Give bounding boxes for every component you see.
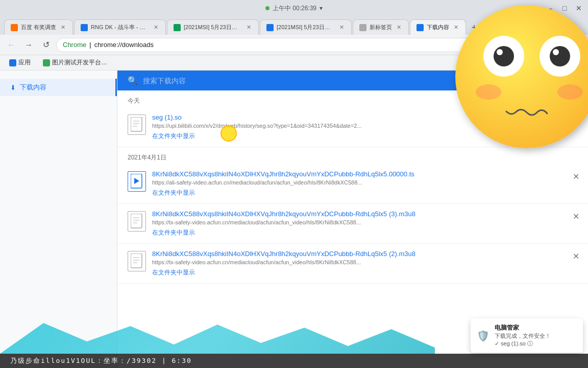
downloads-icon: ⬇	[10, 84, 16, 91]
sidebar-downloads-label: 下载内容	[20, 83, 46, 92]
section-header-today: 今天	[117, 90, 588, 107]
ticker-bar: 乃级步命illou1V1OUL：坐率：/39302 | 6:30	[0, 354, 588, 368]
tab-favicon-3	[174, 24, 181, 31]
remove-m3u8-2[interactable]: ✕	[570, 250, 582, 262]
toast-icon: 🛡️	[477, 330, 489, 342]
maximize-button[interactable]: □	[559, 3, 570, 13]
tab-close-6[interactable]: ✕	[452, 24, 459, 31]
title-bar-status: 上午中 00:26:39 ▾	[265, 4, 323, 13]
more-button[interactable]: ⋮	[570, 38, 584, 52]
tab-downloads[interactable]: 下载内容 ✕	[410, 19, 466, 35]
file-icon-seg	[128, 114, 146, 135]
address-bar-row: ← → ↺ Chrome | chrome://downloads ⋮ 👤 ⋮	[0, 35, 588, 55]
bookmark-apps-icon	[9, 59, 16, 66]
tab-label-3: [2021MSI] 5月23日共青…	[184, 24, 242, 31]
tab-close-5[interactable]: ✕	[395, 24, 402, 31]
actions-m3u8-3: 在文件夹中显示	[152, 228, 578, 237]
sidebar-item-downloads[interactable]: ⬇ 下载内容	[0, 79, 117, 96]
tab-msi2[interactable]: [2021MSI] 5月23日共青… ✕	[260, 19, 352, 35]
status-dropdown-icon[interactable]: ▾	[320, 5, 323, 12]
download-item-seg: seg (1).so https://upi.bilibili.com/x/v2…	[117, 107, 588, 147]
url-m3u8-3: https://tx-safety-video.acfun.cn/mediacl…	[152, 219, 448, 225]
reload-button[interactable]: ↺	[39, 38, 53, 52]
filename-seg[interactable]: seg (1).so	[152, 113, 578, 121]
url-seg: https://upi.bilibili.com/x/v2/dm/web/his…	[152, 123, 448, 129]
download-info-m3u8-3: 8KrNi8dkXC588vXqs8hkiIN4oXDlHXVqJhr8h2kq…	[152, 210, 578, 237]
sidebar: ⬇ 下载内容	[0, 71, 117, 368]
title-bar: 上午中 00:26:39 ▾ – □ ✕	[0, 0, 588, 16]
remove-m3u8-3[interactable]: ✕	[570, 210, 582, 222]
bookmark-photos-icon	[43, 59, 50, 66]
tab-close-4[interactable]: ✕	[338, 24, 345, 31]
actions-seg: 在文件夹中显示	[152, 132, 578, 141]
bookmarks-bar: 应用 图片测试开发平台…	[0, 55, 588, 71]
tab-favicon-4	[266, 24, 274, 31]
section-header-april: 2021年4月1日	[117, 147, 588, 164]
tab-label-1: 百度 有奖调查	[21, 24, 56, 31]
filename-ts[interactable]: 8KrNi8dkXC588vXqs8hkiIN4oXDlHXVqJhr8h2kq…	[152, 170, 578, 178]
download-item-m3u8-3: 8KrNi8dkXC588vXqs8hkiIN4oXDlHXVqJhr8h2kq…	[117, 204, 588, 244]
bookmark-apps[interactable]: 应用	[6, 57, 34, 68]
back-button[interactable]: ←	[4, 38, 18, 52]
search-icon: 🔍	[128, 76, 138, 85]
title-bar-controls: – □ ✕	[545, 3, 584, 13]
show-in-folder-m3u8-2[interactable]: 在文件夹中显示	[152, 268, 195, 277]
address-url: chrome://downloads	[94, 41, 154, 49]
search-bar: 🔍	[117, 71, 588, 90]
address-bar[interactable]: Chrome | chrome://downloads	[56, 38, 532, 52]
ticker-text: 乃级步命illou1V1OUL：坐率：/39302 | 6:30	[10, 356, 192, 365]
extensions-button[interactable]: ⋮	[535, 38, 549, 52]
remove-ts[interactable]: ✕	[570, 170, 582, 182]
profile-button[interactable]: 👤	[552, 38, 567, 52]
show-in-folder-m3u8-3[interactable]: 在文件夹中显示	[152, 228, 195, 237]
tab-rng[interactable]: RNG DK - 战斗率 - 副队… ✕	[74, 19, 166, 35]
tab-baidudiaochao[interactable]: 百度 有奖调查 ✕	[4, 19, 73, 35]
show-in-folder-seg[interactable]: 在文件夹中显示	[152, 132, 195, 141]
forward-button[interactable]: →	[21, 38, 36, 52]
tab-label-5: 新标签页	[370, 24, 392, 31]
file-icon-m3u8-2	[128, 251, 146, 271]
status-dot	[265, 6, 270, 10]
url-ts: https://ali-safety-video.acfun.cn/mediac…	[152, 179, 448, 186]
filename-m3u8-2[interactable]: 8KrNi8dkXC588vXqs8hkiIN4oXDlHXVqJhr8h2kq…	[152, 250, 578, 258]
show-in-folder-ts[interactable]: 在文件夹中显示	[152, 189, 195, 197]
download-info-m3u8-2: 8KrNi8dkXC588vXqs8hkiIN4oXDlHXVqJhr8h2kq…	[152, 250, 578, 277]
file-icon-ts	[128, 171, 146, 192]
new-tab-button[interactable]: +	[467, 20, 481, 35]
tab-close-3[interactable]: ✕	[245, 24, 252, 31]
toast-notification: 🛡️ 电脑管家 下载完成，文件安全！ ✓ seg (1).so ⓘ	[471, 318, 583, 353]
toast-subtitle: 下载完成，文件安全！	[495, 332, 577, 340]
tab-close-2[interactable]: ✕	[152, 24, 159, 31]
tab-favicon-6	[416, 24, 424, 31]
tab-favicon-5	[359, 24, 366, 31]
close-button[interactable]: ✕	[574, 3, 584, 13]
download-item-m3u8-2: 8KrNi8dkXC588vXqs8hkiIN4oXDlHXVqJhr8h2kq…	[117, 244, 588, 284]
status-time: 上午中 00:26:39	[273, 4, 316, 13]
download-item-ts: 8KrNi8dkXC588vXqs8hkiIN4oXDlHXVqJhr8h2kq…	[117, 164, 588, 204]
tab-bar: 百度 有奖调查 ✕ RNG DK - 战斗率 - 副队… ✕ [2021MSI]…	[0, 16, 588, 35]
tab-msi1[interactable]: [2021MSI] 5月23日共青… ✕	[167, 19, 259, 35]
search-input[interactable]	[143, 77, 578, 85]
download-info-seg: seg (1).so https://upi.bilibili.com/x/v2…	[152, 113, 578, 141]
tab-favicon-2	[81, 24, 88, 31]
svg-rect-0	[131, 117, 142, 131]
toast-title: 电脑管家	[495, 324, 577, 332]
svg-rect-10	[131, 254, 142, 268]
tab-newtab[interactable]: 新标签页 ✕	[353, 19, 409, 35]
tab-favicon-1	[11, 24, 18, 31]
tab-close-1[interactable]: ✕	[59, 24, 66, 31]
tab-label-2: RNG DK - 战斗率 - 副队…	[91, 24, 149, 31]
svg-rect-6	[131, 214, 142, 228]
actions-ts: 在文件夹中显示	[152, 189, 578, 197]
filename-m3u8-3[interactable]: 8KrNi8dkXC588vXqs8hkiIN4oXDlHXVqJhr8h2kq…	[152, 210, 578, 218]
toast-text: 电脑管家 下载完成，文件安全！ ✓ seg (1).so ⓘ	[495, 324, 577, 348]
bookmark-photos[interactable]: 图片测试开发平台…	[40, 57, 110, 68]
remove-seg[interactable]: ✕	[570, 113, 582, 126]
url-m3u8-2: https://tx-safety-video.acfun.cn/mediacl…	[152, 259, 448, 265]
tab-label-6: 下载内容	[427, 24, 449, 31]
bookmark-apps-label: 应用	[18, 58, 31, 67]
minimize-button[interactable]: –	[545, 3, 555, 13]
address-scheme: Chrome	[63, 41, 86, 49]
download-info-ts: 8KrNi8dkXC588vXqs8hkiIN4oXDlHXVqJhr8h2kq…	[152, 170, 578, 197]
file-icon-m3u8-3	[128, 211, 146, 232]
